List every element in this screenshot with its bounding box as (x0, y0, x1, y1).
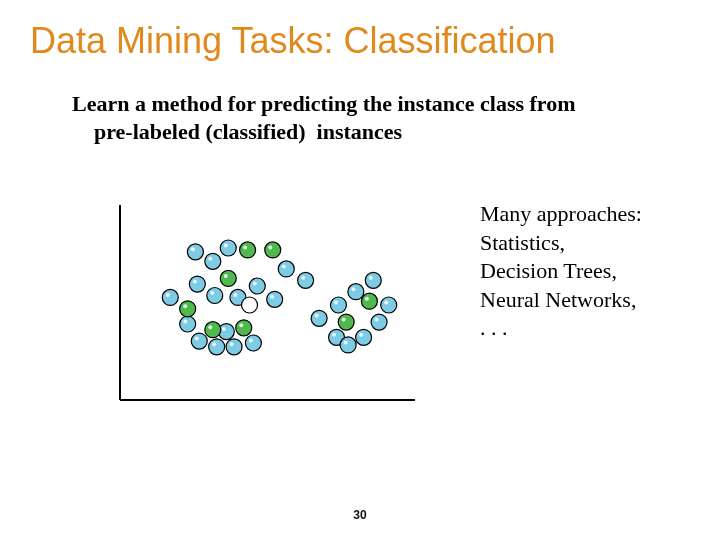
data-point-class-b (180, 301, 196, 317)
slide-body: Learn a method for predicting the instan… (72, 90, 652, 145)
svg-point-7 (212, 342, 216, 346)
data-point-class-a (365, 272, 381, 288)
svg-point-1 (166, 293, 170, 297)
data-point-class-a (249, 278, 265, 294)
svg-point-27 (253, 282, 257, 286)
svg-point-67 (365, 297, 369, 301)
svg-point-14 (189, 276, 205, 292)
svg-point-39 (344, 340, 348, 344)
svg-point-25 (224, 244, 228, 248)
data-point-class-b (338, 314, 354, 330)
data-point-class-a (278, 261, 294, 277)
slide-title: Data Mining Tasks: Classification (30, 20, 710, 62)
data-point-class-a (298, 272, 314, 288)
data-point-class-b (361, 293, 377, 309)
svg-point-59 (224, 274, 228, 278)
svg-point-20 (187, 244, 203, 260)
data-point-class-a (207, 288, 223, 304)
svg-point-9 (222, 327, 226, 331)
data-point-class-b (236, 320, 252, 336)
svg-point-54 (205, 322, 221, 338)
data-point-class-a (245, 335, 261, 351)
svg-point-11 (230, 342, 234, 346)
svg-point-40 (356, 329, 372, 345)
data-point-class-a (180, 316, 196, 332)
svg-point-53 (183, 304, 187, 308)
page-number: 30 (0, 508, 720, 522)
svg-point-5 (195, 337, 199, 341)
data-point-class-b (205, 322, 221, 338)
svg-point-19 (233, 293, 237, 297)
data-point-class-a (330, 297, 346, 313)
svg-point-57 (239, 323, 243, 327)
svg-point-26 (249, 278, 265, 294)
body-line-1: Learn a method for predicting the instan… (72, 91, 576, 116)
approaches-item: . . . (480, 314, 700, 343)
svg-point-37 (332, 333, 336, 337)
svg-point-33 (301, 276, 305, 280)
svg-point-3 (183, 320, 187, 324)
approaches-heading: Many approaches: (480, 200, 700, 229)
data-point-class-a (311, 310, 327, 326)
svg-point-49 (351, 287, 355, 291)
svg-point-38 (340, 337, 356, 353)
svg-point-23 (208, 257, 212, 261)
svg-point-13 (249, 339, 253, 343)
svg-point-63 (268, 245, 272, 249)
svg-point-50 (365, 272, 381, 288)
data-point-class-a (371, 314, 387, 330)
svg-point-69 (245, 301, 249, 305)
svg-point-55 (208, 325, 212, 329)
svg-point-47 (334, 301, 338, 305)
data-point-unlabeled (242, 297, 258, 313)
svg-point-58 (220, 270, 236, 286)
slide: Data Mining Tasks: Classification Learn … (0, 0, 720, 540)
data-point-class-a (267, 291, 283, 307)
svg-point-56 (236, 320, 252, 336)
svg-point-46 (330, 297, 346, 313)
svg-point-42 (371, 314, 387, 330)
data-point-class-a (189, 276, 205, 292)
svg-point-48 (348, 284, 364, 300)
data-point-class-b (240, 242, 256, 258)
svg-point-6 (209, 339, 225, 355)
svg-point-4 (191, 333, 207, 349)
svg-point-17 (210, 291, 214, 295)
svg-point-68 (242, 297, 258, 313)
data-point-class-a (191, 333, 207, 349)
svg-point-29 (270, 295, 274, 299)
data-point-class-a (162, 289, 178, 305)
data-point-class-a (187, 244, 203, 260)
data-point-class-a (220, 240, 236, 256)
svg-point-60 (240, 242, 256, 258)
approaches-list: Many approaches: Statistics, Decision Tr… (480, 200, 700, 343)
svg-point-34 (311, 310, 327, 326)
svg-point-16 (207, 288, 223, 304)
svg-point-32 (298, 272, 314, 288)
svg-point-30 (278, 261, 294, 277)
data-point-class-a (348, 284, 364, 300)
svg-point-51 (369, 276, 373, 280)
data-point-class-a (340, 337, 356, 353)
svg-point-10 (226, 339, 242, 355)
approaches-item: Decision Trees, (480, 257, 700, 286)
data-point-class-a (209, 339, 225, 355)
svg-point-22 (205, 253, 221, 269)
svg-point-21 (191, 247, 195, 251)
svg-point-45 (384, 301, 388, 305)
data-point-class-b (220, 270, 236, 286)
data-point-class-a (356, 329, 372, 345)
svg-point-66 (361, 293, 377, 309)
approaches-item: Neural Networks, (480, 286, 700, 315)
svg-point-64 (338, 314, 354, 330)
body-line-2: pre-labeled (classified) instances (72, 118, 652, 146)
svg-point-35 (315, 314, 319, 318)
svg-point-52 (180, 301, 196, 317)
approaches-item: Statistics, (480, 229, 700, 258)
svg-point-41 (359, 333, 363, 337)
scatter-plot (100, 190, 430, 420)
svg-point-28 (267, 291, 283, 307)
svg-point-43 (375, 318, 379, 322)
data-point-class-a (226, 339, 242, 355)
svg-point-31 (282, 264, 286, 268)
